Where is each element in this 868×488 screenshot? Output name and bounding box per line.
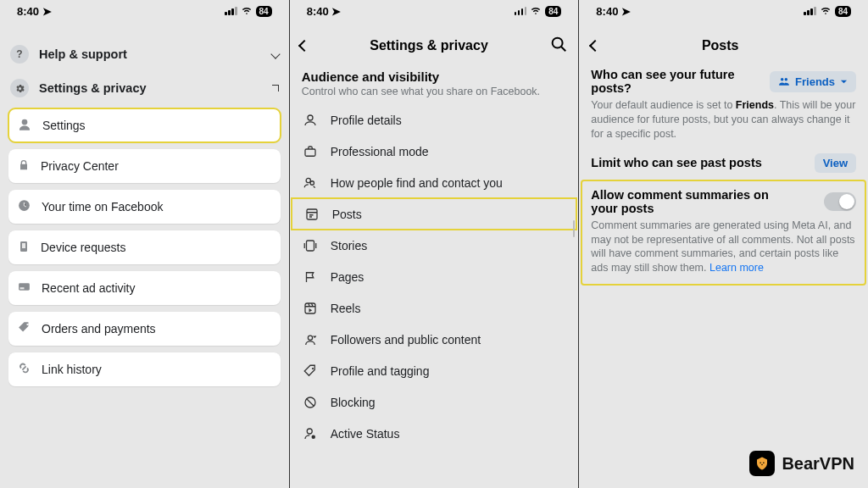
svg-point-18 xyxy=(760,462,762,463)
svg-point-6 xyxy=(553,38,563,48)
svg-rect-8 xyxy=(305,149,315,156)
orders-payments-item[interactable]: Orders and payments xyxy=(8,312,281,346)
wifi-icon xyxy=(530,7,542,15)
status-bar: 8:40 ➤ 84 xyxy=(579,0,868,22)
watermark-text: BearVPN xyxy=(782,454,854,474)
svg-point-7 xyxy=(308,115,313,120)
learn-more-link[interactable]: Learn more xyxy=(709,262,764,274)
item-profile-details[interactable]: Profile details xyxy=(290,104,579,136)
view-button[interactable]: View xyxy=(815,153,856,173)
link-history-item[interactable]: Link history xyxy=(8,352,281,386)
caret-down-icon xyxy=(840,78,848,86)
item-profile-tagging[interactable]: Profile and tagging xyxy=(290,355,579,386)
svg-point-19 xyxy=(763,462,765,463)
chevron-up-icon xyxy=(272,85,279,92)
item-followers[interactable]: Followers and public content xyxy=(290,324,579,355)
person-gear-icon xyxy=(17,117,32,135)
svg-point-14 xyxy=(312,367,314,369)
lock-icon xyxy=(17,158,31,175)
item-pages[interactable]: Pages xyxy=(290,261,579,292)
friends-icon xyxy=(778,75,790,87)
watermark: BearVPN xyxy=(749,451,854,476)
item-posts[interactable]: Posts xyxy=(292,198,577,230)
tag-icon xyxy=(302,363,319,379)
svg-point-20 xyxy=(762,464,764,466)
svg-rect-3 xyxy=(22,243,25,248)
item-blocking[interactable]: Blocking xyxy=(290,386,579,418)
future-posts-description: Your default audience is set to Friends.… xyxy=(591,98,856,141)
signal-icon xyxy=(225,7,237,15)
active-status-icon xyxy=(302,426,319,441)
svg-rect-11 xyxy=(306,241,314,251)
future-posts-label: Who can see your future posts? xyxy=(591,68,752,95)
wifi-icon xyxy=(241,7,253,15)
page-title: Posts xyxy=(599,38,856,53)
settings-privacy-row[interactable]: Settings & privacy xyxy=(0,71,289,105)
section-subtitle: Control who can see what you share on Fa… xyxy=(290,86,579,104)
allow-comment-summaries-label: Allow comment summaries on your posts xyxy=(591,188,786,215)
stories-icon xyxy=(302,238,319,253)
briefcase-icon xyxy=(302,144,319,159)
reels-icon xyxy=(302,301,319,316)
battery-icon: 84 xyxy=(256,6,272,17)
flag-icon xyxy=(302,269,319,285)
svg-point-0 xyxy=(22,119,28,125)
screen-posts: 8:40 ➤ 84 Posts Who can see your future … xyxy=(579,0,868,488)
battery-icon: 84 xyxy=(835,6,851,17)
device-requests-item[interactable]: Device requests xyxy=(8,230,281,264)
screen-menu: 8:40 ➤ 84 ? Help & support Settings & pr… xyxy=(0,0,290,488)
location-icon: ➤ xyxy=(331,5,341,18)
page-title: Settings & privacy xyxy=(309,38,550,53)
svg-rect-5 xyxy=(20,287,25,289)
settings-item[interactable]: Settings xyxy=(8,108,281,142)
block-icon xyxy=(302,395,319,410)
status-bar: 8:40 ➤ 84 xyxy=(290,0,579,22)
svg-point-16 xyxy=(307,429,312,434)
privacy-center-item[interactable]: Privacy Center xyxy=(8,149,281,183)
allow-comment-summaries-description: Comment summaries are generated using Me… xyxy=(591,219,856,276)
your-time-item[interactable]: Your time on Facebook xyxy=(8,190,281,224)
recent-ad-item[interactable]: Recent ad activity xyxy=(8,271,281,305)
battery-icon: 84 xyxy=(545,6,561,17)
link-icon xyxy=(17,361,31,378)
svg-rect-10 xyxy=(307,209,317,219)
location-icon: ➤ xyxy=(621,5,631,18)
bearvpn-logo-icon xyxy=(749,451,775,476)
search-icon[interactable] xyxy=(549,35,568,57)
allow-comment-summaries-toggle[interactable] xyxy=(824,192,856,211)
item-stories[interactable]: Stories xyxy=(290,230,579,261)
wifi-icon xyxy=(820,7,832,15)
svg-point-17 xyxy=(311,435,315,439)
post-icon xyxy=(303,207,320,222)
allow-comment-summaries-block: Allow comment summaries on your posts Co… xyxy=(582,181,865,285)
screen-settings-privacy: 8:40 ➤ 84 Settings & privacy Audience an… xyxy=(290,0,580,488)
chevron-down-icon xyxy=(270,49,280,58)
signal-icon xyxy=(804,7,816,15)
help-support-row[interactable]: ? Help & support xyxy=(0,37,289,71)
tag-icon xyxy=(17,320,31,337)
item-how-people-find[interactable]: How people find and contact you xyxy=(290,167,579,198)
ad-icon xyxy=(17,280,31,297)
section-header: Audience and visibility xyxy=(290,64,579,86)
svg-rect-4 xyxy=(19,283,30,291)
location-icon: ➤ xyxy=(42,5,52,18)
question-icon: ? xyxy=(10,45,29,64)
device-icon xyxy=(17,240,31,256)
limit-past-posts-label: Limit who can see past posts xyxy=(591,156,761,169)
status-bar: 8:40 ➤ 84 xyxy=(0,0,289,22)
item-reels[interactable]: Reels xyxy=(290,292,579,324)
people-search-icon xyxy=(302,175,319,191)
svg-point-13 xyxy=(308,336,312,340)
item-active-status[interactable]: Active Status xyxy=(290,418,579,449)
gear-icon xyxy=(10,79,29,97)
signal-icon xyxy=(515,7,527,15)
friends-button[interactable]: Friends xyxy=(770,71,856,92)
svg-rect-12 xyxy=(305,303,315,313)
followers-icon xyxy=(302,332,319,347)
clock-icon xyxy=(17,198,31,215)
profile-icon xyxy=(302,113,319,128)
item-professional-mode[interactable]: Professional mode xyxy=(290,136,579,167)
